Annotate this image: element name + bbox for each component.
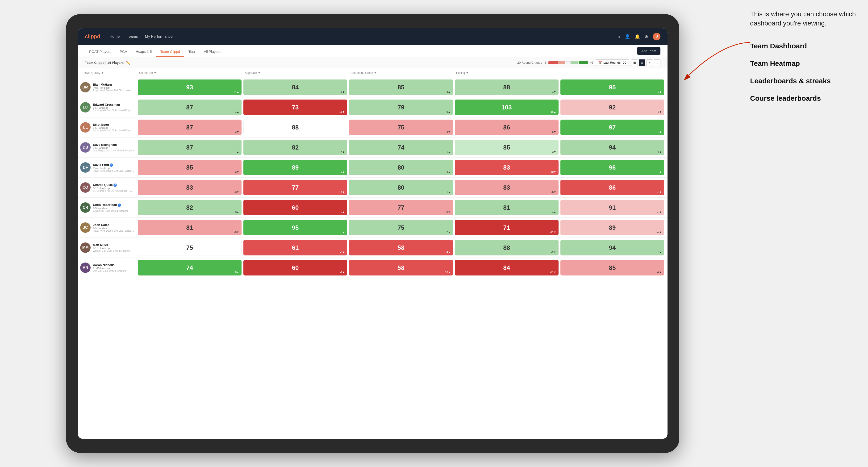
avatar: DF	[80, 162, 91, 173]
tablet-screen: clippd HomeTeamsMy Performance ⌕ 👤 🔔 ⊕ U…	[78, 28, 668, 439]
score-value: 74	[398, 144, 404, 151]
view-table-button[interactable]: ≡	[646, 59, 653, 66]
score-value: 87	[186, 144, 193, 151]
heatmap-bar	[549, 61, 588, 64]
score-change: -2▼	[657, 231, 662, 234]
table-row: CRChris Robertson✓1-5 HandicapCraigmilla…	[78, 198, 668, 218]
score-change: 3▲	[235, 211, 239, 214]
score-cell-off-tee: 846▲	[243, 80, 347, 95]
tab-pga[interactable]: PGA	[116, 45, 132, 57]
nav-logo: clippd	[85, 33, 100, 40]
score-cell-player-quality: 87-3▼	[138, 120, 242, 135]
player-name: David Ford✓	[93, 163, 134, 167]
tab-hcaps-1-5[interactable]: Hcaps 1-5	[131, 45, 156, 57]
player-handicap: 1-5 Handicap	[93, 126, 134, 129]
user-icon[interactable]: 👤	[625, 34, 630, 39]
col-header-offtee[interactable]: Off the Tee ▼	[137, 71, 243, 74]
score-cell-off-tee: 602▲	[243, 200, 347, 215]
nav-link-my-performance[interactable]: My Performance	[145, 34, 173, 39]
last-rounds-button[interactable]: 📅 Last Rounds: 20	[595, 59, 629, 66]
score-value: 85	[186, 164, 193, 171]
col-header-approach[interactable]: Approach ▼	[243, 71, 348, 74]
player-info[interactable]: DBDave Billingham1-5 HandicapGog Magog G…	[80, 142, 137, 153]
player-info[interactable]: EEElliot Ebert1-5 HandicapSunningdale Go…	[80, 122, 137, 132]
avatar: BM	[80, 82, 91, 92]
score-change: 4▲	[552, 211, 556, 214]
score-value: 75	[398, 124, 404, 131]
user-avatar[interactable]: U	[653, 33, 660, 40]
player-info[interactable]: DFDavid Ford✓Plus HandicapRoyal North De…	[80, 162, 137, 173]
bell-icon[interactable]: 🔔	[635, 34, 640, 39]
player-info[interactable]: ANAaron Nicholls11-15 HandicapDrift Golf…	[80, 262, 137, 273]
player-info[interactable]: ECEdward Crossman1-5 HandicapSunningdale…	[80, 102, 137, 113]
score-value: 96	[609, 164, 616, 171]
search-icon[interactable]: ⌕	[618, 34, 620, 39]
nav-link-teams[interactable]: Teams	[127, 34, 138, 39]
view-grid-small-button[interactable]: ⊞	[631, 59, 638, 66]
score-value: 95	[292, 224, 299, 231]
nav-link-home[interactable]: Home	[110, 34, 120, 39]
score-cell-around-green: 85-3▼	[455, 139, 559, 155]
score-cell-player-quality: 83-3▼	[138, 180, 242, 195]
score-change: 15▲	[551, 111, 556, 113]
avatar: DB	[80, 142, 91, 153]
score-change: 1▲	[446, 191, 451, 193]
settings-icon[interactable]: ⊕	[645, 34, 648, 39]
score-change: -3▼	[234, 170, 239, 173]
tab-pgat-players[interactable]: PGAT Players	[85, 45, 116, 57]
score-change: -3▼	[234, 191, 239, 193]
col-label-approach: Approach ▼	[245, 71, 261, 74]
verified-icon: ✓	[118, 204, 121, 207]
col-label-offtee: Off the Tee ▼	[139, 71, 156, 74]
score-value: 83	[503, 184, 510, 191]
score-change: 2▲	[446, 231, 451, 234]
last-rounds-icon: 📅	[598, 61, 602, 64]
annotation-callout: This is where you can choose which dashb…	[750, 9, 863, 28]
col-label-player: Player Quality ▼	[83, 71, 104, 74]
player-info[interactable]: MMMatt Miller6-10 HandicapWoburn Golf Cl…	[80, 243, 137, 253]
score-change: +4▲	[234, 90, 239, 93]
player-info[interactable]: CRChris Robertson✓1-5 HandicapCraigmilla…	[80, 203, 137, 213]
tabbar: PGAT PlayersPGAHcaps 1-5Team ClippdTourA…	[78, 45, 668, 57]
player-info[interactable]: BMBlair McHargPlus HandicapRoyal North D…	[80, 82, 137, 92]
add-team-button[interactable]: Add Team	[637, 47, 660, 55]
score-change: 4▲	[235, 151, 239, 153]
score-value: 85	[398, 84, 404, 91]
score-value: 87	[186, 124, 193, 131]
table-row: JCJosh Coles1-5 HandicapRoyal North Devo…	[78, 218, 668, 238]
score-cell-putting: 89-2▼	[560, 220, 664, 236]
score-value: 82	[186, 204, 193, 211]
col-header-putting[interactable]: Putting ▼	[454, 71, 559, 74]
edit-icon[interactable]: ✏️	[126, 61, 130, 65]
score-change: 9▲	[658, 90, 662, 93]
tab-tour[interactable]: Tour	[184, 45, 199, 57]
player-details: Blair McHargPlus HandicapRoyal North Dev…	[93, 83, 134, 92]
score-value: 60	[292, 264, 299, 272]
score-value: 83	[503, 164, 510, 171]
score-cell-around-green: 83-10▼	[455, 160, 559, 175]
score-change: 4▲	[341, 151, 345, 153]
tab-team-clippd[interactable]: Team Clippd	[156, 45, 184, 57]
player-details: David Ford✓Plus HandicapRoyal North Devo…	[93, 163, 134, 172]
score-change: -3▼	[657, 211, 662, 214]
score-value: 97	[609, 124, 616, 131]
score-cell-around-green: 86-6▼	[455, 120, 559, 135]
view-grid-large-button[interactable]: ⊟	[639, 59, 645, 66]
col-header-player: Player Quality ▼	[80, 71, 137, 74]
score-value: 82	[292, 144, 299, 151]
score-change: -4▼	[657, 271, 662, 274]
player-info[interactable]: JCJosh Coles1-5 HandicapRoyal North Devo…	[80, 222, 137, 233]
player-details: Elliot Ebert1-5 HandicapSunningdale Golf…	[93, 123, 134, 132]
col-header-around[interactable]: Around the Green ▼	[348, 71, 454, 74]
player-handicap: 1-5 Handicap	[93, 147, 134, 149]
nav-icons: ⌕ 👤 🔔 ⊕ U	[618, 33, 660, 40]
player-handicap: 1-5 Handicap	[93, 227, 134, 229]
avatar: EC	[80, 102, 91, 113]
change-high: +5	[590, 61, 593, 64]
view-download-button[interactable]: ↓	[654, 59, 660, 66]
tab-all-players[interactable]: All Players	[199, 45, 225, 57]
player-info[interactable]: CQCharlie Quick✓6-10 HandicapSt. George'…	[80, 182, 137, 193]
score-value: 95	[609, 84, 616, 91]
score-cell-putting: 85-4▼	[560, 260, 664, 276]
table-row: ANAaron Nicholls11-15 HandicapDrift Golf…	[78, 258, 668, 278]
